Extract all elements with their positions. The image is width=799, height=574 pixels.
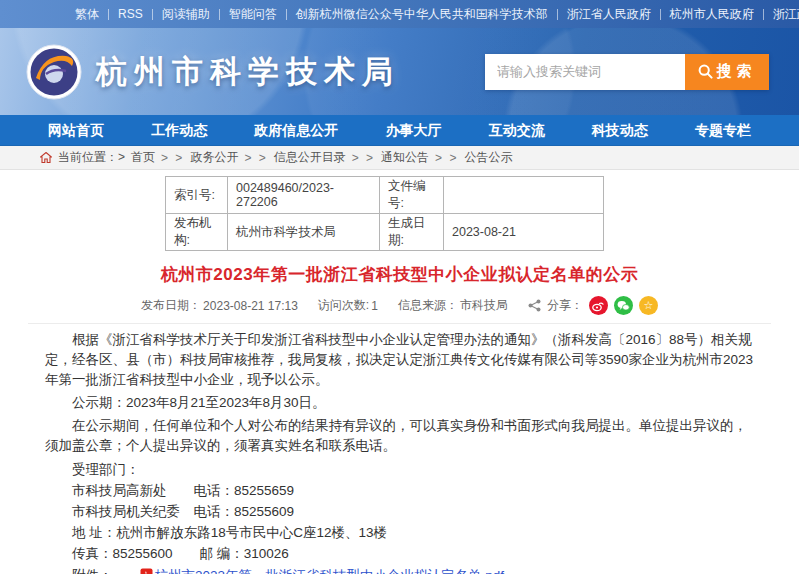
document-info-table: 索引号: 002489460/2023-272206 文件编号: 发布机构: 杭… xyxy=(165,176,604,251)
site-logo-icon xyxy=(26,44,82,100)
search-icon xyxy=(698,64,713,79)
index-number-label: 索引号: xyxy=(166,177,228,214)
nav-item-home[interactable]: 网站首页 xyxy=(48,122,104,140)
search-button-label: 搜索 xyxy=(717,62,757,81)
topbar-link-smart-qa[interactable]: 智能问答 xyxy=(229,6,277,23)
document-number-label: 文件编号: xyxy=(380,177,444,214)
generation-date-label: 生成日期: xyxy=(380,214,444,251)
divider xyxy=(108,9,109,20)
nav-item-work-updates[interactable]: 工作动态 xyxy=(151,122,207,140)
breadcrumb-separator: > > xyxy=(435,151,458,165)
breadcrumb-separator: > > xyxy=(352,151,375,165)
topbar-link-hangzhou-gov[interactable]: 杭州市人民政府 xyxy=(670,6,754,23)
divider xyxy=(152,9,153,20)
document-number-value xyxy=(444,177,604,214)
issuing-agency-value: 杭州市科学技术局 xyxy=(228,214,380,251)
contact-line-fax-postcode: 传真：85255600 邮 编：310026 xyxy=(45,543,754,564)
topbar-link-zhejiang-gov[interactable]: 浙江省人民政府 xyxy=(567,6,651,23)
share-label: 分享： xyxy=(547,297,583,314)
site-brand[interactable]: 杭州市科学技术局 xyxy=(26,44,400,100)
contact-line-discipline-committee: 市科技局机关纪委 电话：85255609 xyxy=(45,501,754,522)
article-title: 杭州市2023年第一批浙江省科技型中小企业拟认定名单的公示 xyxy=(0,263,799,286)
nav-item-sci-tech-news[interactable]: 科技动态 xyxy=(592,122,648,140)
breadcrumb-item-public-announcements[interactable]: 公告公示 xyxy=(464,149,512,166)
paragraph-public-notice-period: 公示期：2023年8月21至2023年8月30日。 xyxy=(45,393,754,413)
page: 繁体 RSS 阅读辅助 智能问答 创新杭州微信公众号 中华人民共和国科学技术部 … xyxy=(0,0,799,574)
contact-line-address: 地 址：杭州市解放东路18号市民中心C座12楼、13楼 xyxy=(45,522,754,543)
divider xyxy=(219,9,220,20)
table-row: 发布机构: 杭州市科学技术局 生成日期: 2023-08-21 xyxy=(166,214,604,251)
table-row: 索引号: 002489460/2023-272206 文件编号: xyxy=(166,177,604,214)
attachment-label: 附件： xyxy=(72,568,113,574)
share-weibo-icon[interactable] xyxy=(589,296,608,315)
article-meta: 发布日期： 2023-08-21 17:13 访问次数: 1 信息来源： 市科技… xyxy=(0,296,799,315)
index-number-value: 002489460/2023-272206 xyxy=(228,177,380,214)
divider xyxy=(763,9,764,20)
breadcrumb: 当前位置：> 首页 > > 政务公开 > > 信息公开目录 > > 通知公告 >… xyxy=(0,146,799,170)
search-input[interactable] xyxy=(485,54,685,90)
search-button[interactable]: 搜索 xyxy=(685,54,769,90)
topbar-link-most[interactable]: 中华人民共和国科学技术部 xyxy=(404,6,548,23)
breadcrumb-item-notices[interactable]: 通知公告 xyxy=(381,149,429,166)
topbar: 繁体 RSS 阅读辅助 智能问答 创新杭州微信公众号 中华人民共和国科学技术部 … xyxy=(0,0,799,28)
attachment-row: 附件：杭州市2023年第一批浙江省科技型中小企业拟认定名单.pdf xyxy=(45,565,754,574)
info-source: 信息来源： 市科技局 xyxy=(398,297,508,314)
topbar-left-links: 繁体 RSS 阅读辅助 智能问答 创新杭州微信公众号 xyxy=(75,6,404,23)
nav-item-gov-info-disclosure[interactable]: 政府信息公开 xyxy=(254,122,338,140)
share-qzone-icon[interactable]: ☆ xyxy=(639,296,658,315)
divider xyxy=(557,9,558,20)
site-title: 杭州市科学技术局 xyxy=(96,51,400,93)
share-wechat-icon[interactable] xyxy=(614,296,633,315)
share-nodes-icon xyxy=(528,299,541,312)
topbar-right-links: 中华人民共和国科学技术部 浙江省人民政府 杭州市人民政府 浙江政务服务网 用户中… xyxy=(404,6,799,23)
visit-count: 访问次数: 1 xyxy=(318,297,378,314)
breadcrumb-separator: > > xyxy=(244,151,267,165)
site-banner: 杭州市科学技术局 搜索 xyxy=(0,28,799,115)
pdf-icon xyxy=(113,567,153,574)
divider xyxy=(286,9,287,20)
publish-date: 发布日期： 2023-08-21 17:13 xyxy=(141,297,298,314)
divider xyxy=(660,9,661,20)
paragraph-objection-instructions: 在公示期间，任何单位和个人对公布的结果持有异议的，可以真实身份和书面形式向我局提… xyxy=(45,416,754,456)
nav-item-special-topics[interactable]: 专题专栏 xyxy=(695,122,751,140)
breadcrumb-prefix: 当前位置：> xyxy=(58,149,125,166)
nav-item-interaction[interactable]: 互动交流 xyxy=(489,122,545,140)
contact-block: 受理部门： 市科技局高新处 电话：85255659 市科技局机关纪委 电话：85… xyxy=(45,459,754,564)
accepting-department-heading: 受理部门： xyxy=(45,459,754,480)
issuing-agency-label: 发布机构: xyxy=(166,214,228,251)
breadcrumb-item-info-catalog[interactable]: 信息公开目录 xyxy=(274,149,346,166)
paragraph: 根据《浙江省科学技术厅关于印发浙江省科技型中小企业认定管理办法的通知》（浙科发高… xyxy=(45,330,754,390)
breadcrumb-separator: > > xyxy=(161,151,184,165)
article-page: 索引号: 002489460/2023-272206 文件编号: 发布机构: 杭… xyxy=(0,176,799,574)
contact-line-hightech-division: 市科技局高新处 电话：85255659 xyxy=(45,480,754,501)
attachment-link[interactable]: 杭州市2023年第一批浙江省科技型中小企业拟认定名单.pdf xyxy=(155,568,505,574)
main-nav: 网站首页 工作动态 政府信息公开 办事大厅 互动交流 科技动态 专题专栏 xyxy=(0,115,799,146)
share-bar: 分享： ☆ xyxy=(528,296,658,315)
generation-date-value: 2023-08-21 xyxy=(444,214,604,251)
nav-item-service-hall[interactable]: 办事大厅 xyxy=(385,122,441,140)
divider xyxy=(28,323,771,324)
topbar-link-reading-aid[interactable]: 阅读辅助 xyxy=(162,6,210,23)
breadcrumb-item-gov-affairs[interactable]: 政务公开 xyxy=(190,149,238,166)
breadcrumb-item-home[interactable]: 首页 xyxy=(131,149,155,166)
topbar-link-wechat-account[interactable]: 创新杭州微信公众号 xyxy=(296,6,404,23)
topbar-link-rss[interactable]: RSS xyxy=(118,7,143,21)
topbar-link-service-user-center[interactable]: 浙江政务服务网 用户中心 xyxy=(773,6,799,23)
home-icon xyxy=(40,152,52,163)
search-box: 搜索 xyxy=(485,54,769,90)
topbar-link-traditional[interactable]: 繁体 xyxy=(75,6,99,23)
article-body: 根据《浙江省科学技术厅关于印发浙江省科技型中小企业认定管理办法的通知》（浙科发高… xyxy=(45,330,754,574)
